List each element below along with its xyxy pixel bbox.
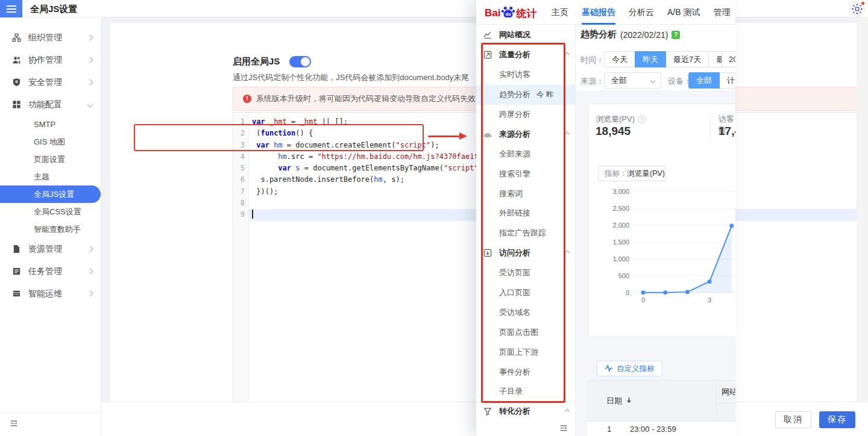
baidu-menu-item[interactable]: 外部链接: [476, 204, 575, 223]
baidu-menu-item[interactable]: 实时访客: [476, 65, 575, 85]
chevron-right-icon: [87, 79, 93, 86]
help-icon[interactable]: ?: [671, 31, 680, 39]
device-chip[interactable]: 计算机: [719, 72, 735, 89]
baidu-tongji-logo[interactable]: Bai du 统计: [485, 4, 536, 22]
baidu-menu-item[interactable]: 流量分析: [476, 45, 575, 65]
sidebar-subitem[interactable]: 全局JS设置: [0, 185, 101, 203]
source-filter-label: 来源：: [580, 76, 604, 87]
table-row[interactable]: 1 23:00 - 23:59: [588, 422, 735, 436]
sidebar-subitem[interactable]: SMTP: [0, 116, 101, 133]
baidu-nav-tab[interactable]: 管理: [713, 0, 730, 25]
source-select[interactable]: 全部: [604, 72, 661, 89]
sidebar-collapse-icon[interactable]: [10, 419, 18, 430]
baidu-menu-item[interactable]: 跨屏分析: [476, 105, 575, 125]
time-chip[interactable]: 今天: [604, 51, 635, 67]
sidebar-subitem[interactable]: GIS 地图: [0, 133, 101, 151]
baidu-menu-item[interactable]: 页面上下游: [476, 342, 575, 362]
baidu-menu-item[interactable]: 趋势分析今 昨: [476, 85, 575, 105]
enable-global-js-label: 启用全局JS: [233, 56, 280, 67]
baidu-menu-item[interactable]: 全部来源: [476, 144, 575, 164]
menu-label: 趋势分析: [499, 89, 530, 100]
sidebar-item[interactable]: 组织管理: [0, 26, 101, 49]
sidebar-item[interactable]: 协作管理: [0, 49, 101, 71]
sidebar-subitem[interactable]: 智能查数助手: [0, 220, 101, 238]
save-button[interactable]: 保存: [819, 411, 855, 428]
chevron-right-icon: [87, 57, 93, 63]
baidu-menu-item[interactable]: 访问分析: [476, 243, 575, 263]
baidu-nav-tab[interactable]: 主页: [552, 0, 568, 25]
baidu-menu-item[interactable]: 指定广告跟踪: [476, 223, 575, 243]
row-index: 1: [607, 425, 611, 434]
date-column-header[interactable]: 日期: [606, 396, 622, 406]
sidebar-subitem-label: 全局JS设置: [34, 189, 74, 200]
team-icon: [12, 55, 21, 64]
baidu-nav-tab[interactable]: 基础报告: [582, 0, 615, 25]
chevron-up-icon: [565, 52, 570, 57]
sidebar-item-label: 智能运维: [28, 288, 88, 299]
visitors-stat-value: 17,4: [719, 125, 735, 138]
menu-label: 子目录: [499, 386, 523, 397]
sidebar-item-label: 安全管理: [28, 77, 88, 88]
baidu-menu-item[interactable]: 网站概况: [476, 25, 575, 45]
baidu-menu-item[interactable]: 子目录: [476, 382, 575, 402]
custom-metric-button[interactable]: 自定义指标: [597, 361, 662, 376]
sidebar-subitem[interactable]: 页面设置: [0, 151, 101, 168]
source-icon: [483, 130, 492, 139]
sidebar-subitem[interactable]: 主题: [0, 168, 101, 185]
cancel-button[interactable]: 取消: [775, 411, 811, 428]
sidebar-item-label: 组织管理: [28, 33, 88, 43]
baidu-paw-icon: du: [500, 4, 516, 22]
row-time-range: 23:00 - 23:59: [630, 425, 676, 434]
pulse-icon: [605, 364, 613, 374]
baidu-menu-item[interactable]: 搜索引擎: [476, 164, 575, 184]
date-range-input[interactable]: 202: [722, 51, 735, 67]
metric-label: 指标：: [605, 169, 627, 178]
baidu-tongji-panel: Bai du 统计 主页基础报告分析云A/B 测试管理应 网站概况流量分析实时访…: [476, 0, 735, 436]
app-plugin-icon[interactable]: [849, 1, 865, 17]
metric-select[interactable]: 指标：浏览量(PV): [598, 166, 666, 181]
sidebar-item[interactable]: 任务管理: [0, 260, 101, 282]
report-title-text: 趋势分析: [580, 29, 617, 40]
baidu-header: Bai du 统计 主页基础报告分析云A/B 测试管理应: [476, 0, 735, 25]
baidu-menu-item[interactable]: 搜索词: [476, 184, 575, 204]
baidu-top-nav: 主页基础报告分析云A/B 测试管理应: [552, 0, 735, 25]
page-scrollbar[interactable]: [857, 17, 868, 402]
info-icon[interactable]: ?: [638, 116, 646, 123]
menu-label: 转化分析: [499, 406, 530, 417]
logo-tongji-text: 统计: [516, 7, 536, 20]
line-number: 5: [233, 163, 249, 174]
sidebar-subitem-label: 智能查数助手: [34, 224, 81, 235]
baidu-menu-item[interactable]: 转化分析: [476, 402, 575, 422]
sidebar-item-label: 任务管理: [28, 266, 88, 277]
shield-icon: [12, 78, 21, 87]
baidu-menu-item[interactable]: 页面点击图: [476, 322, 575, 342]
sidebar-item[interactable]: 智能运维: [0, 282, 101, 305]
time-chip[interactable]: 昨天: [635, 51, 666, 67]
sidebar-item-label: 功能配置: [28, 99, 88, 110]
metrics-column-header: 网站基: [722, 387, 735, 397]
sidebar-item[interactable]: 安全管理: [0, 71, 101, 93]
sort-down-icon[interactable]: [626, 396, 632, 405]
menu-label: 跨屏分析: [499, 109, 530, 120]
baidu-nav-tab[interactable]: 分析云: [629, 0, 654, 25]
device-chip[interactable]: 全部: [688, 72, 720, 89]
baidu-collapse-icon[interactable]: [559, 424, 569, 434]
baidu-menu-item[interactable]: 来源分析: [476, 124, 575, 144]
sidebar-subitem[interactable]: 全局CSS设置: [0, 203, 101, 220]
baidu-sidebar-nav: 网站概况流量分析实时访客趋势分析今 昨跨屏分析来源分析全部来源搜索引擎搜索词外部…: [476, 25, 575, 422]
code-annotation-redbox: [134, 124, 424, 151]
baidu-menu-item[interactable]: 受访页面: [476, 263, 575, 283]
line-number: 4: [233, 151, 249, 163]
time-chip[interactable]: 最近7天: [665, 51, 709, 67]
app-sidebar-nav: 组织管理协作管理安全管理功能配置SMTPGIS 地图页面设置主题全局JS设置全局…: [0, 26, 101, 305]
chevron-right-icon: [87, 35, 93, 41]
baidu-nav-tab[interactable]: A/B 测试: [667, 0, 700, 25]
ops-icon: [12, 289, 21, 298]
baidu-menu-item[interactable]: 受访域名: [476, 302, 575, 322]
menu-toggle-button[interactable]: [0, 0, 22, 17]
baidu-menu-item[interactable]: 事件分析: [476, 362, 575, 382]
enable-global-js-toggle[interactable]: [289, 56, 311, 67]
sidebar-item[interactable]: 资源管理: [0, 238, 101, 260]
baidu-menu-item[interactable]: 入口页面: [476, 283, 575, 303]
sidebar-item[interactable]: 功能配置: [0, 93, 101, 116]
